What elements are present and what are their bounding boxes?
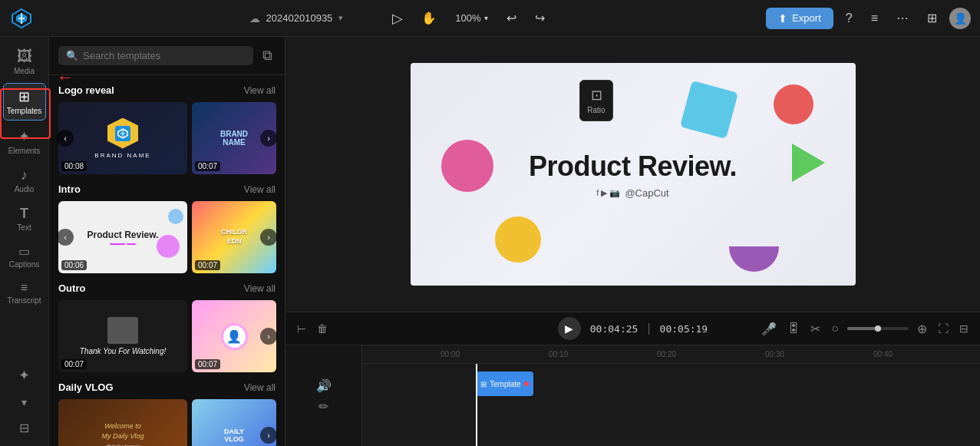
search-icon: 🔍 bbox=[66, 50, 78, 61]
intro-next[interactable]: › bbox=[260, 229, 277, 246]
panels-button[interactable]: ≡ bbox=[865, 8, 884, 28]
redo-button[interactable]: ↪ bbox=[529, 8, 551, 28]
sidebar-item-captions[interactable]: ▭ Captions bbox=[3, 240, 46, 273]
timeline-controls: ⊢ 🗑 ▶ 00:04:25 | 00:05:19 🎤 🎛 ✂ ○ bbox=[285, 312, 980, 345]
sidebar-item-star[interactable]: ✦ bbox=[3, 362, 46, 388]
template-track-dot bbox=[524, 382, 529, 386]
vlog-next[interactable]: › bbox=[260, 427, 277, 444]
section-intro-header: Intro View all bbox=[58, 174, 276, 201]
canvas-text: Product Review. f ▶ 📷 @CapCut bbox=[529, 150, 737, 199]
sidebar-label-text: Text bbox=[17, 223, 31, 232]
cut-button[interactable]: ✂ bbox=[808, 319, 823, 339]
vlog-view-all[interactable]: View all bbox=[244, 382, 276, 393]
social-icons: f ▶ 📷 bbox=[596, 188, 620, 198]
hand-tool[interactable]: ✋ bbox=[415, 8, 443, 28]
total-time: 00:05:19 bbox=[660, 323, 708, 335]
intro-card-1[interactable]: Product Review. 00:06 bbox=[58, 201, 187, 273]
search-bar: 🔍 ⧉ bbox=[49, 37, 285, 75]
outro-view-all[interactable]: View all bbox=[244, 283, 276, 294]
shape-blue-rect bbox=[680, 81, 738, 139]
outro-card-1[interactable]: Thank You For Watching! 00:07 bbox=[58, 300, 187, 372]
sidebar-item-elements[interactable]: ✦ Elements bbox=[3, 124, 46, 160]
ruler-marks: 00:00 00:10 00:20 00:30 00:40 bbox=[439, 350, 980, 358]
yt-icon: ▶ bbox=[601, 188, 607, 198]
vlog-card-1[interactable]: Welcome toMy Daily Vlog @dailyvlogger bbox=[58, 399, 187, 446]
project-name-chevron[interactable]: ▾ bbox=[338, 13, 343, 23]
sidebar-label-audio: Audio bbox=[15, 185, 35, 193]
search-input-wrap[interactable]: 🔍 bbox=[58, 46, 253, 65]
sidebar-item-text[interactable]: T Text bbox=[3, 201, 46, 236]
logo-reveal-prev[interactable]: ‹ bbox=[57, 130, 74, 147]
sidebar-label-captions: Captions bbox=[9, 260, 39, 269]
shape-yellow-circle bbox=[495, 216, 541, 263]
sidebar-item-bottom[interactable]: ⊟ bbox=[3, 416, 46, 440]
section-outro-header: Outro View all bbox=[58, 273, 276, 300]
export-button[interactable]: ⬆ Export bbox=[766, 8, 833, 29]
app-logo[interactable] bbox=[9, 6, 34, 31]
section-logo-reveal-header: Logo reveal View all bbox=[58, 75, 276, 102]
fullscreen-button[interactable]: ⛶ bbox=[935, 320, 951, 337]
delete-button[interactable]: 🗑 bbox=[315, 320, 330, 337]
intro-prev[interactable]: ‹ bbox=[57, 229, 74, 246]
volume-button[interactable]: 🔊 bbox=[316, 378, 332, 393]
ig-icon: 📷 bbox=[609, 188, 620, 198]
audio-mix-button[interactable]: 🎛 bbox=[785, 319, 802, 338]
circle-button[interactable]: ○ bbox=[829, 319, 841, 338]
project-name[interactable]: 202402010935 bbox=[266, 12, 333, 24]
zoom-in-button[interactable]: ⊕ bbox=[915, 319, 929, 339]
timeline-left-controls: ⊢ 🗑 bbox=[295, 320, 330, 337]
play-button[interactable]: ▶ bbox=[558, 317, 581, 340]
mic-button[interactable]: 🎤 bbox=[759, 319, 779, 339]
layout-toggle[interactable]: ⊟ bbox=[957, 320, 971, 337]
logo-reveal-next[interactable]: › bbox=[260, 130, 277, 147]
section-logo-reveal-title: Logo reveal bbox=[58, 84, 114, 96]
zoom-level: 100% bbox=[455, 12, 480, 24]
outro-next[interactable]: › bbox=[260, 328, 277, 345]
zoom-control[interactable]: 100% ▾ bbox=[449, 9, 493, 27]
logo-card-2-duration: 00:07 bbox=[195, 161, 220, 171]
canvas-container: Product Review. f ▶ 📷 @CapCut bbox=[285, 37, 980, 312]
ratio-label: Ratio bbox=[587, 106, 605, 114]
timeline-right-controls: 🎤 🎛 ✂ ○ ⊕ ⛶ ⊟ bbox=[759, 319, 971, 339]
intro-grid: ‹ Product Review. 00:06 bbox=[58, 201, 276, 273]
sidebar-item-transcript[interactable]: ≡ Transcript bbox=[3, 276, 46, 309]
sidebar-item-expand[interactable]: ▾ bbox=[3, 391, 46, 413]
logo-card-1-duration: 00:08 bbox=[61, 161, 87, 171]
sidebar-item-media[interactable]: 🖼 Media bbox=[3, 43, 46, 80]
transcript-icon: ≡ bbox=[21, 281, 28, 295]
svg-marker-7 bbox=[792, 144, 825, 182]
sidebar-label-transcript: Transcript bbox=[7, 296, 41, 305]
logo-reveal-view-all[interactable]: View all bbox=[244, 85, 276, 96]
intro-view-all[interactable]: View all bbox=[244, 184, 276, 195]
undo-button[interactable]: ↩ bbox=[500, 8, 523, 28]
select-tool[interactable]: ▷ bbox=[386, 7, 409, 30]
search-input[interactable] bbox=[83, 50, 246, 61]
sidebar-label-elements: Elements bbox=[8, 147, 41, 155]
shape-purple-semi bbox=[729, 246, 779, 272]
template-icon: ⊞ bbox=[480, 380, 487, 388]
help-button[interactable]: ? bbox=[840, 8, 859, 28]
template-track-label: Template bbox=[490, 380, 521, 388]
intro-card-2-duration: 00:07 bbox=[195, 260, 220, 270]
templates-scroll: Logo reveal View all ‹ BRAND NAME 00:08 bbox=[49, 75, 285, 446]
audio-icon: ♪ bbox=[21, 167, 28, 183]
filter-button[interactable]: ⧉ bbox=[259, 45, 276, 67]
playhead[interactable] bbox=[476, 364, 477, 446]
text-icon: T bbox=[20, 206, 28, 222]
template-track[interactable]: ⊞ Template bbox=[476, 372, 533, 396]
section-vlog-title: Daily VLOG bbox=[58, 382, 114, 393]
ratio-button[interactable]: ⊡ Ratio bbox=[579, 80, 613, 121]
avatar[interactable]: 👤 bbox=[949, 8, 971, 29]
edit-track-button[interactable]: ✏ bbox=[318, 399, 328, 414]
ruler-mark-0: 00:00 bbox=[439, 350, 547, 358]
export-label: Export bbox=[792, 12, 821, 24]
more-button[interactable]: ⋯ bbox=[890, 8, 915, 28]
ratio-icon: ⊡ bbox=[591, 87, 602, 104]
sidebar-item-templates[interactable]: ⊞ Templates bbox=[3, 83, 46, 121]
shape-red-circle bbox=[774, 84, 813, 124]
sidebar-item-audio[interactable]: ♪ Audio bbox=[3, 163, 46, 198]
logo-reveal-card-1[interactable]: BRAND NAME 00:08 bbox=[58, 102, 187, 174]
media-icon: 🖼 bbox=[17, 48, 32, 65]
split-button[interactable]: ⊢ bbox=[295, 320, 309, 337]
layout-button[interactable]: ⊞ bbox=[921, 8, 943, 28]
